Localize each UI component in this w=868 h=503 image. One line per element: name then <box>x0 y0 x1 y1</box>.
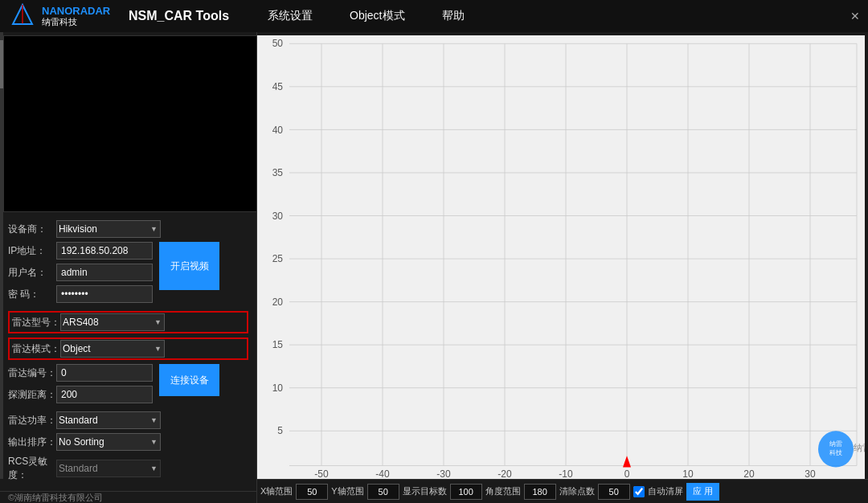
ip-input[interactable] <box>56 242 153 260</box>
detect-range-input[interactable] <box>56 386 153 403</box>
svg-text:10: 10 <box>682 468 694 479</box>
radar-power-select[interactable]: Standard Low High <box>56 411 161 429</box>
radar-id-input[interactable] <box>56 364 153 382</box>
detect-range-label: 探测距离： <box>8 388 56 402</box>
radar-mode-select[interactable]: Object Cluster <box>60 340 165 358</box>
ip-video-row: IP地址： 用户名： 密 码： 开启视频 <box>8 242 248 307</box>
svg-text:15: 15 <box>272 339 284 350</box>
device-row: 设备商： Hikvision Other <box>8 220 248 238</box>
left-panel: 设备商： Hikvision Other IP地址： 用户名： <box>0 32 257 503</box>
copyright: ©湖南纳雷科技有限公司 <box>8 492 103 503</box>
main-content: 设备商： Hikvision Other IP地址： 用户名： <box>0 32 868 503</box>
pwd-row: 密 码： <box>8 285 153 303</box>
clear-points-input[interactable] <box>598 484 630 500</box>
svg-text:20: 20 <box>272 296 284 308</box>
menubar: 系统设置 Object模式 帮助 <box>261 6 470 27</box>
svg-text:30: 30 <box>272 210 284 221</box>
logo-top: NANORADAR <box>42 5 110 18</box>
left-scrollbar <box>0 32 3 479</box>
angle-range-input[interactable] <box>524 484 556 500</box>
output-sort-row: 输出排序： No Sorting By Range By Angle <box>8 433 248 451</box>
output-sort-select-wrapper: No Sorting By Range By Angle <box>56 433 161 451</box>
svg-text:10: 10 <box>272 382 284 394</box>
menu-system-settings[interactable]: 系统设置 <box>261 6 319 27</box>
chart-area: 50 45 40 35 30 25 20 15 10 5 -50 -40 -30… <box>257 35 865 479</box>
angle-range-label: 角度范围 <box>485 485 521 497</box>
svg-text:50: 50 <box>272 38 284 49</box>
svg-text:30: 30 <box>805 468 816 479</box>
bottom-controls: X轴范围 Y轴范围 显示目标数 角度范围 清除点数 自动清屏 应 用 <box>257 479 868 503</box>
radar-id-label: 雷达编号： <box>8 366 56 380</box>
close-button[interactable]: ✕ <box>850 10 860 22</box>
svg-text:0: 0 <box>624 468 630 479</box>
rcs-select-wrapper: Standard High Low <box>56 460 161 477</box>
logo-bottom: 纳雷科技 <box>42 17 110 27</box>
detect-range-row: 探测距离： <box>8 386 153 403</box>
svg-text:-10: -10 <box>559 468 573 479</box>
pwd-input[interactable] <box>56 285 153 303</box>
svg-rect-4 <box>257 35 865 479</box>
svg-text:-20: -20 <box>497 468 512 479</box>
radar-mode-label: 雷达模式： <box>12 342 60 356</box>
radar-power-row: 雷达功率： Standard Low High <box>8 411 248 429</box>
svg-text:科技: 科技 <box>829 449 842 456</box>
ip-label: IP地址： <box>8 244 56 258</box>
radar-id-connect-row: 雷达编号： 探测距离： 连接设备 <box>8 364 248 407</box>
ip-user-pwd-group: IP地址： 用户名： 密 码： <box>8 242 153 307</box>
device-select[interactable]: Hikvision Other <box>56 220 161 238</box>
open-video-button[interactable]: 开启视频 <box>159 242 219 290</box>
user-row: 用户名： <box>8 264 153 281</box>
svg-text:35: 35 <box>272 167 284 178</box>
rcs-select[interactable]: Standard High Low <box>56 460 161 477</box>
device-label: 设备商： <box>8 223 56 236</box>
scrollbar-thumb <box>0 40 3 88</box>
menu-help[interactable]: 帮助 <box>436 6 471 27</box>
titlebar: NANORADAR 纳雷科技 NSM_CAR Tools 系统设置 Object… <box>0 0 868 32</box>
ip-row: IP地址： <box>8 242 153 260</box>
chart-container: 50 45 40 35 30 25 20 15 10 5 -50 -40 -30… <box>257 32 868 503</box>
logo-area: NANORADAR 纳雷科技 <box>8 2 121 31</box>
output-sort-select[interactable]: No Sorting By Range By Angle <box>56 433 161 451</box>
display-targets-input[interactable] <box>450 484 482 500</box>
apply-button[interactable]: 应 用 <box>686 483 719 501</box>
camera-feed <box>3 35 257 212</box>
radar-id-range-group: 雷达编号： 探测距离： <box>8 364 153 407</box>
logo-text: NANORADAR 纳雷科技 <box>42 5 110 28</box>
radar-type-label: 雷达型号： <box>12 316 60 329</box>
radar-type-row: 雷达型号： ARS408 ARS304 Other <box>8 311 248 333</box>
clear-points-label: 清除点数 <box>559 485 595 497</box>
pwd-label: 密 码： <box>8 288 56 301</box>
footer: ©湖南纳雷科技有限公司 <box>0 491 256 503</box>
user-label: 用户名： <box>8 266 56 280</box>
y-range-input[interactable] <box>367 484 399 500</box>
svg-text:纳雷: 纳雷 <box>829 440 842 448</box>
svg-text:-30: -30 <box>436 468 451 479</box>
rcs-label: RCS灵敏度： <box>8 455 56 482</box>
radar-power-label: 雷达功率： <box>8 414 56 427</box>
menu-object-mode[interactable]: Object模式 <box>343 6 411 27</box>
radar-id-row: 雷达编号： <box>8 364 153 382</box>
svg-text:20: 20 <box>743 468 755 479</box>
svg-text:-50: -50 <box>314 468 329 479</box>
chart-svg: 50 45 40 35 30 25 20 15 10 5 -50 -40 -30… <box>257 35 865 479</box>
auto-clear-checkbox[interactable] <box>633 486 645 497</box>
svg-text:纳雷科技: 纳雷科技 <box>854 443 865 452</box>
display-targets-label: 显示目标数 <box>403 485 447 497</box>
user-input[interactable] <box>56 264 153 281</box>
radar-type-select-wrapper: ARS408 ARS304 Other <box>60 313 165 331</box>
svg-text:25: 25 <box>272 253 284 264</box>
y-range-label: Y轴范围 <box>331 485 363 497</box>
radar-power-select-wrapper: Standard Low High <box>56 411 161 429</box>
radar-mode-select-wrapper: Object Cluster <box>60 340 165 358</box>
x-range-label: X轴范围 <box>260 485 293 497</box>
app-title: NSM_CAR Tools <box>129 9 229 23</box>
svg-text:5: 5 <box>277 425 283 436</box>
svg-text:40: 40 <box>272 124 284 135</box>
radar-type-select[interactable]: ARS408 ARS304 Other <box>60 313 165 331</box>
auto-clear-label: 自动清屏 <box>648 485 683 497</box>
device-select-wrapper: Hikvision Other <box>56 220 161 238</box>
output-sort-label: 输出排序： <box>8 436 56 449</box>
connect-button[interactable]: 连接设备 <box>159 364 219 396</box>
svg-text:45: 45 <box>272 81 284 92</box>
x-range-input[interactable] <box>296 484 328 500</box>
